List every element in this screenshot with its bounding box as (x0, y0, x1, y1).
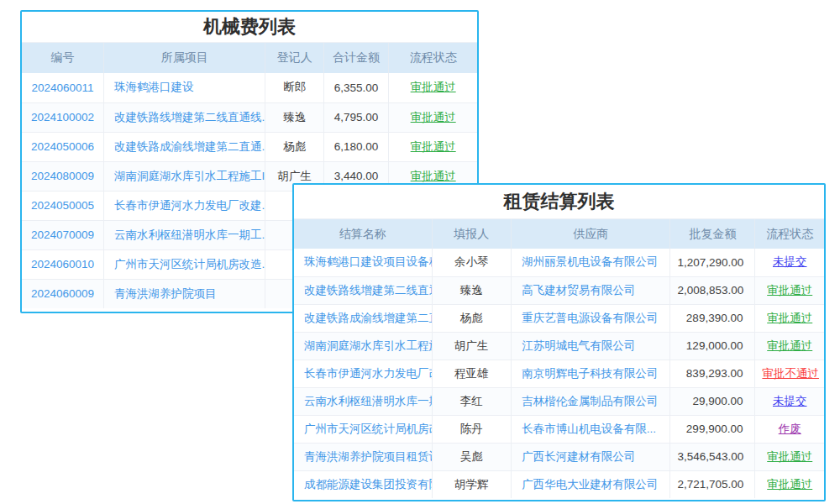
cell-name[interactable]: 湖南洞庭湖水库引水工程施工I标设... (294, 332, 432, 360)
cell-supplier[interactable]: 南京明辉电子科技有限公司 (512, 360, 670, 387)
supplier-link[interactable]: 湖州丽景机电设备有限公司 (522, 255, 658, 268)
cell-status[interactable]: 审批通过 (755, 276, 824, 304)
cell-name[interactable]: 广州市天河区统计局机房改造项目 (294, 415, 432, 443)
cell-name[interactable]: 珠海鹤港口建设项目设备租赁结算 (294, 249, 432, 276)
supplier-link[interactable]: 江苏明城电气有限公司 (522, 339, 635, 352)
cell-project[interactable]: 广州市天河区统计局机房改造... (104, 249, 265, 279)
status-badge[interactable]: 审批通过 (411, 140, 456, 153)
supplier-link[interactable]: 广西华电大业建材有限公司 (522, 478, 658, 491)
project-link[interactable]: 改建铁路线增建第二线直通线... (114, 111, 265, 123)
status-badge[interactable]: 审批不通过 (762, 367, 819, 380)
status-badge[interactable]: 审批通过 (411, 81, 456, 93)
lease-settlement-table: 结算名称填报人供应商批复金额流程状态珠海鹤港口建设项目设备租赁结算余小琴湖州丽景… (294, 219, 824, 498)
column-header-amount: 批复金额 (670, 219, 755, 249)
cell-project[interactable]: 湖南洞庭湖水库引水工程施工I标 (104, 161, 265, 191)
name-link[interactable]: 成都能源建设集团投资有限公司临... (304, 478, 432, 491)
cell-name[interactable]: 成都能源建设集团投资有限公司临... (294, 470, 432, 498)
status-badge[interactable]: 未提交 (773, 255, 807, 268)
supplier-link[interactable]: 高飞建材贸易有限公司 (522, 284, 635, 297)
supplier-link[interactable]: 南京明辉电子科技有限公司 (522, 367, 658, 380)
id-link[interactable]: 2024060010 (31, 258, 94, 270)
id-link[interactable]: 2024060009 (31, 287, 94, 300)
cell-supplier[interactable]: 重庆艺普电源设备有限公司 (512, 304, 670, 332)
cell-supplier[interactable]: 广西长河建材有限公司 (512, 443, 670, 470)
status-badge[interactable]: 审批通过 (767, 284, 812, 297)
cell-project[interactable]: 青海洪湖养护院项目 (104, 279, 265, 308)
cell-filler: 李红 (432, 387, 512, 415)
cell-status[interactable]: 审批通过 (755, 332, 824, 360)
id-link[interactable]: 2024060011 (31, 81, 93, 94)
id-link[interactable]: 2024050005 (31, 199, 94, 212)
cell-project[interactable]: 云南水利枢纽潜明水库一期工... (104, 220, 265, 249)
cell-status[interactable]: 审批通过 (389, 102, 477, 132)
cell-id[interactable]: 2024100002 (22, 102, 104, 132)
name-link[interactable]: 改建铁路线增建第二线直通线（成... (304, 284, 432, 297)
status-badge[interactable]: 审批通过 (767, 450, 812, 463)
project-link[interactable]: 长春市伊通河水力发电厂改建... (114, 199, 265, 212)
supplier-link[interactable]: 长春市博山机电设备有限... (522, 423, 656, 435)
cell-id[interactable]: 2024050005 (22, 191, 104, 220)
name-link[interactable]: 珠海鹤港口建设项目设备租赁结算 (304, 255, 432, 268)
cell-supplier[interactable]: 江苏明城电气有限公司 (512, 332, 670, 360)
cell-name[interactable]: 长春市伊通河水力发电厂改建工程... (294, 360, 432, 387)
status-badge[interactable]: 作废 (779, 423, 801, 435)
cell-project[interactable]: 长春市伊通河水力发电厂改建... (104, 191, 265, 220)
cell-id[interactable]: 2024060011 (22, 73, 104, 102)
cell-name[interactable]: 青海洪湖养护院项目租赁设备结算 (294, 443, 432, 470)
name-link[interactable]: 云南水利枢纽潜明水库一期工程施... (304, 395, 432, 407)
project-link[interactable]: 青海洪湖养护院项目 (114, 287, 217, 300)
cell-registrant: 杨彪 (265, 132, 323, 161)
status-badge[interactable]: 审批通过 (411, 111, 456, 123)
cell-project[interactable]: 珠海鹤港口建设 (104, 73, 265, 102)
project-link[interactable]: 改建铁路成渝线增建第二直通... (114, 140, 265, 153)
cell-project[interactable]: 改建铁路成渝线增建第二直通... (104, 132, 265, 161)
cell-id[interactable]: 2024060009 (22, 279, 104, 308)
cell-id[interactable]: 2024080009 (22, 161, 104, 191)
id-link[interactable]: 2024050006 (31, 140, 94, 153)
cell-status[interactable]: 审批不通过 (755, 360, 824, 387)
name-link[interactable]: 青海洪湖养护院项目租赁设备结算 (304, 450, 432, 463)
cell-supplier[interactable]: 高飞建材贸易有限公司 (512, 276, 670, 304)
cell-name[interactable]: 云南水利枢纽潜明水库一期工程施... (294, 387, 432, 415)
cell-status[interactable]: 审批通过 (389, 73, 477, 102)
id-link[interactable]: 2024080009 (31, 170, 94, 182)
cell-id[interactable]: 2024070009 (22, 220, 104, 249)
id-link[interactable]: 2024070009 (31, 228, 94, 241)
cell-status[interactable]: 审批通过 (755, 470, 824, 498)
name-link[interactable]: 改建铁路成渝线增建第二直通线（... (304, 312, 432, 324)
table-row: 2024100002改建铁路线增建第二线直通线...臻逸4,795.00审批通过 (22, 102, 477, 132)
cell-name[interactable]: 改建铁路线增建第二线直通线（成... (294, 276, 432, 304)
status-badge[interactable]: 审批通过 (767, 339, 812, 352)
project-link[interactable]: 珠海鹤港口建设 (114, 81, 194, 93)
cell-id[interactable]: 2024060010 (22, 249, 104, 279)
cell-id[interactable]: 2024050006 (22, 132, 104, 161)
project-link[interactable]: 湖南洞庭湖水库引水工程施工I标 (114, 170, 265, 182)
project-link[interactable]: 云南水利枢纽潜明水库一期工... (114, 228, 265, 241)
cell-name[interactable]: 改建铁路成渝线增建第二直通线（... (294, 304, 432, 332)
cell-project[interactable]: 改建铁路线增建第二线直通线... (104, 102, 265, 132)
cell-filler: 胡广生 (432, 332, 512, 360)
cell-status[interactable]: 审批通过 (389, 132, 477, 161)
name-link[interactable]: 广州市天河区统计局机房改造项目 (304, 423, 432, 435)
cell-status[interactable]: 未提交 (755, 249, 824, 276)
project-link[interactable]: 广州市天河区统计局机房改造... (114, 258, 265, 270)
status-badge[interactable]: 审批通过 (767, 312, 812, 324)
cell-supplier[interactable]: 吉林楷伦金属制品有限公司 (512, 387, 670, 415)
cell-supplier[interactable]: 广西华电大业建材有限公司 (512, 470, 670, 498)
supplier-link[interactable]: 重庆艺普电源设备有限公司 (522, 312, 658, 324)
cell-supplier[interactable]: 湖州丽景机电设备有限公司 (512, 249, 670, 276)
name-link[interactable]: 长春市伊通河水力发电厂改建工程... (304, 367, 432, 380)
supplier-link[interactable]: 吉林楷伦金属制品有限公司 (522, 395, 658, 407)
cell-status[interactable]: 审批通过 (755, 304, 824, 332)
cell-status[interactable]: 审批通过 (755, 443, 824, 470)
id-link[interactable]: 2024100002 (31, 111, 94, 123)
name-link[interactable]: 湖南洞庭湖水库引水工程施工I标设... (304, 339, 432, 352)
status-badge[interactable]: 审批通过 (411, 170, 456, 182)
cell-supplier[interactable]: 长春市博山机电设备有限... (512, 415, 670, 443)
status-badge[interactable]: 未提交 (773, 395, 807, 407)
cell-status[interactable]: 作废 (755, 415, 824, 443)
table-row: 广州市天河区统计局机房改造项目陈丹长春市博山机电设备有限...299,900.0… (294, 415, 824, 443)
supplier-link[interactable]: 广西长河建材有限公司 (522, 450, 635, 463)
status-badge[interactable]: 审批通过 (767, 478, 812, 491)
cell-status[interactable]: 未提交 (755, 387, 824, 415)
